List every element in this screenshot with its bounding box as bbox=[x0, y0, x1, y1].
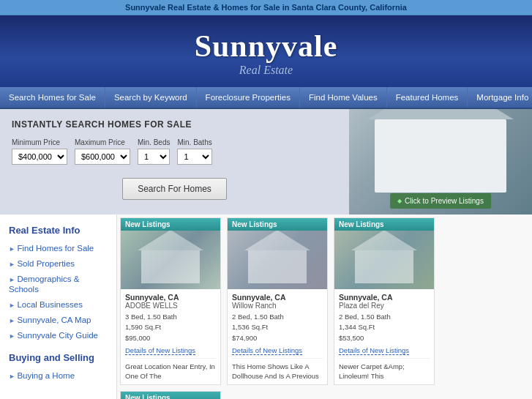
nav-foreclosure[interactable]: Foreclosure Properties bbox=[197, 87, 300, 108]
nav-featured[interactable]: Featured Homes bbox=[387, 87, 468, 108]
main-content-area: INSTANTLY SEARCH HOMES FOR SALE Minimum … bbox=[0, 109, 532, 215]
listing-card-2: New Listings Sunnyvale, CA Plaza del Rey… bbox=[334, 217, 435, 385]
search-section: INSTANTLY SEARCH HOMES FOR SALE Minimum … bbox=[0, 109, 349, 215]
max-price-select[interactable]: $600,000 $400,000 $500,000 $700,000 $800… bbox=[75, 149, 130, 165]
sidebar-item-find-homes: Find Homes for Sale bbox=[9, 243, 108, 253]
sidebar-list-2: Buying a Home bbox=[9, 370, 108, 381]
sidebar-link-buying[interactable]: Buying a Home bbox=[17, 371, 75, 380]
sidebar-item-map: Sunnyvale, CA Map bbox=[9, 315, 108, 325]
sidebar-section-title-1: Real Estate Info bbox=[9, 225, 108, 236]
nav-mortgage[interactable]: Mortgage Info bbox=[468, 87, 532, 108]
search-for-homes-button[interactable]: Search For Homes bbox=[122, 178, 227, 200]
min-baths-select[interactable]: 1 2 3 4 bbox=[177, 149, 211, 165]
site-subtitle: Real Estate bbox=[7, 64, 525, 77]
sidebar-section-title-2: Buying and Selling bbox=[9, 352, 108, 363]
listing-info-1: Sunnyvale, CA Willow Ranch 2 Bed, 1.50 B… bbox=[228, 289, 327, 384]
listing-desc-2: Newer Carpet &Amp; Linoleum! This bbox=[339, 358, 430, 381]
listing-desc-0: Great Location Near Entry, In One Of The bbox=[125, 358, 216, 381]
max-price-group: Maximum Price $600,000 $400,000 $500,000… bbox=[75, 138, 130, 165]
min-beds-group: Min. Beds 1 2 3 4 5 bbox=[138, 138, 170, 165]
nav-search-homes[interactable]: Search Homes for Sale bbox=[0, 87, 105, 108]
listing-location-2: Sunnyvale, CA bbox=[339, 293, 430, 302]
banner-text: Sunnyvale Real Estate & Homes for Sale i… bbox=[125, 3, 407, 12]
listing-desc-1: This Home Shows Like A Dollhouse And Is … bbox=[232, 358, 323, 381]
nav-search-keyword[interactable]: Search by Keyword bbox=[105, 87, 197, 108]
new-listings-badge-1: New Listings bbox=[228, 218, 327, 231]
sidebar-item-demographics: Demographics & Schools bbox=[9, 274, 108, 294]
top-banner: Sunnyvale Real Estate & Homes for Sale i… bbox=[0, 0, 532, 15]
listing-details-1: 2 Bed, 1.50 Bath 1,536 Sq.Ft $74,900 bbox=[232, 312, 323, 343]
sidebar-item-guide: Sunnyvale City Guide bbox=[9, 330, 108, 340]
sidebar-link-map[interactable]: Sunnyvale, CA Map bbox=[17, 316, 91, 324]
listing-details-2: 2 Bed, 1.50 Bath 1,344 Sq.Ft $53,500 bbox=[339, 312, 430, 343]
listing-link-0[interactable]: Details of New Listings bbox=[125, 346, 195, 355]
listing-details-0: 3 Bed, 1.50 Bath 1,590 Sq.Ft $95,000 bbox=[125, 312, 216, 343]
listing-card-1: New Listings Sunnyvale, CA Willow Ranch … bbox=[227, 217, 328, 385]
listing-name-0: ADOBE WELLS bbox=[125, 302, 216, 310]
listings-area: New Listings Sunnyvale, CA ADOBE WELLS 3… bbox=[117, 215, 532, 399]
sidebar-link-guide[interactable]: Sunnyvale City Guide bbox=[17, 331, 98, 340]
max-price-label: Maximum Price bbox=[75, 138, 130, 146]
new-listings-badge-0: New Listings bbox=[121, 218, 220, 231]
listing-image-0 bbox=[121, 231, 220, 289]
listing-location-1: Sunnyvale, CA bbox=[232, 293, 323, 302]
search-fields: Minimum Price $400,000 $300,000 $500,000… bbox=[12, 138, 337, 165]
min-baths-group: Min. Baths 1 2 3 4 bbox=[177, 138, 211, 165]
sidebar-link-businesses[interactable]: Local Businesses bbox=[17, 300, 83, 309]
listing-card-0: New Listings Sunnyvale, CA ADOBE WELLS 3… bbox=[120, 217, 221, 385]
listing-image-2 bbox=[334, 231, 434, 289]
featured-home-image: Click to Preview Listings bbox=[349, 109, 532, 215]
sidebar-link-demographics[interactable]: Demographics & Schools bbox=[9, 275, 79, 294]
min-beds-select[interactable]: 1 2 3 4 5 bbox=[138, 149, 170, 165]
sidebar-item-buying: Buying a Home bbox=[9, 370, 108, 381]
listing-name-2: Plaza del Rey bbox=[339, 302, 430, 310]
min-beds-label: Min. Beds bbox=[138, 138, 170, 146]
listing-image-1 bbox=[228, 231, 327, 289]
sidebar: Real Estate Info Find Homes for Sale Sol… bbox=[0, 215, 117, 399]
sidebar-link-sold[interactable]: Sold Properties bbox=[17, 259, 75, 268]
site-header: Sunnyvale Real Estate bbox=[0, 15, 532, 87]
min-price-label: Minimum Price bbox=[12, 138, 67, 146]
min-baths-label: Min. Baths bbox=[177, 138, 211, 146]
sidebar-item-businesses: Local Businesses bbox=[9, 299, 108, 310]
min-price-select[interactable]: $400,000 $300,000 $500,000 $600,000 $700… bbox=[12, 149, 67, 165]
listing-link-2[interactable]: Details of New Listings bbox=[339, 346, 409, 355]
listing-card-3: New Listings Sunnyvale, CA Old Orchard 2… bbox=[120, 391, 221, 399]
main-nav: Search Homes for Sale Search by Keyword … bbox=[0, 87, 532, 109]
listing-info-2: Sunnyvale, CA Plaza del Rey 2 Bed, 1.50 … bbox=[334, 289, 434, 384]
site-title: Sunnyvale bbox=[7, 29, 525, 64]
new-listings-badge-3: New Listings bbox=[121, 392, 220, 399]
body-section: Real Estate Info Find Homes for Sale Sol… bbox=[0, 215, 532, 399]
listing-location-0: Sunnyvale, CA bbox=[125, 293, 216, 302]
listing-link-1[interactable]: Details of New Listings bbox=[232, 346, 302, 355]
min-price-group: Minimum Price $400,000 $300,000 $500,000… bbox=[12, 138, 67, 165]
new-listings-badge-2: New Listings bbox=[334, 218, 434, 231]
sidebar-list-1: Find Homes for Sale Sold Properties Demo… bbox=[9, 243, 108, 340]
listing-name-1: Willow Ranch bbox=[232, 302, 323, 310]
sidebar-item-sold: Sold Properties bbox=[9, 258, 108, 269]
search-btn-row: Search For Homes bbox=[12, 174, 337, 204]
listing-info-0: Sunnyvale, CA ADOBE WELLS 3 Bed, 1.50 Ba… bbox=[121, 289, 220, 384]
nav-home-values[interactable]: Find Home Values bbox=[300, 87, 387, 108]
preview-listings-button[interactable]: Click to Preview Listings bbox=[390, 193, 491, 209]
search-heading: INSTANTLY SEARCH HOMES FOR SALE bbox=[12, 119, 337, 130]
sidebar-link-find-homes[interactable]: Find Homes for Sale bbox=[17, 244, 94, 253]
